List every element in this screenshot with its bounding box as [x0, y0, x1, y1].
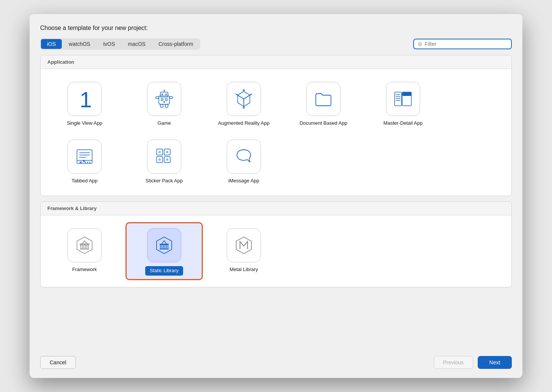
- game-icon-box: [147, 82, 181, 116]
- svg-point-30: [80, 162, 82, 163]
- new-project-dialog: Choose a template for your new project: …: [30, 14, 522, 378]
- metal-library-icon-box: [227, 228, 261, 262]
- template-game[interactable]: Game: [126, 77, 202, 130]
- svg-marker-16: [244, 95, 250, 107]
- tabbed-icon: ★: [74, 146, 95, 167]
- filter-icon: ⊜: [418, 41, 422, 47]
- folder-icon: [313, 88, 334, 110]
- master-detail-icon: [392, 88, 414, 110]
- svg-rect-8: [169, 97, 172, 99]
- svg-point-3: [162, 94, 163, 95]
- application-templates-grid: 1 Single View App: [41, 69, 511, 196]
- svg-rect-10: [165, 104, 168, 107]
- svg-point-35: [87, 162, 88, 163]
- svg-point-45: [166, 151, 168, 153]
- svg-rect-56: [163, 245, 165, 249]
- content-area: Application 1 Single View App: [40, 55, 512, 350]
- document-icon-box: [306, 82, 340, 116]
- svg-point-36: [89, 162, 91, 163]
- tabbed-icon-box: ★: [67, 140, 102, 174]
- template-sticker-pack-app[interactable]: Sticker Pack App: [126, 134, 202, 188]
- svg-rect-58: [160, 244, 169, 245]
- single-view-app-label: Single View App: [67, 120, 102, 127]
- document-based-app-label: Document Based App: [300, 120, 347, 127]
- tabbed-app-label: Tabbed App: [72, 177, 98, 184]
- sticker-pack-app-label: Sticker Pack App: [146, 177, 183, 184]
- svg-point-44: [158, 151, 161, 153]
- platform-tab-group: iOS watchOS tvOS macOS Cross-platform: [40, 38, 200, 50]
- template-single-view-app[interactable]: 1 Single View App: [47, 77, 122, 130]
- template-document-based-app[interactable]: Document Based App: [285, 77, 361, 130]
- master-detail-icon-box: [386, 82, 420, 116]
- svg-rect-23: [402, 92, 411, 96]
- svg-rect-2: [160, 92, 168, 97]
- svg-point-34: [85, 162, 86, 163]
- svg-rect-12: [165, 99, 167, 100]
- framework-library-section-header: Framework & Library: [41, 202, 511, 215]
- metal-library-label: Metal Library: [229, 266, 258, 273]
- svg-point-47: [166, 158, 168, 161]
- svg-rect-50: [84, 245, 85, 249]
- svg-marker-60: [236, 237, 251, 254]
- svg-marker-54: [157, 237, 172, 254]
- svg-rect-9: [160, 104, 163, 107]
- tab-crossplatform[interactable]: Cross-platform: [152, 39, 199, 49]
- game-label: Game: [157, 120, 171, 127]
- imessage-app-label: iMessage App: [228, 177, 259, 184]
- sticker-icon-box: [147, 140, 181, 174]
- svg-rect-11: [161, 99, 163, 100]
- svg-rect-55: [160, 245, 162, 249]
- framework-label: Framework: [72, 266, 97, 273]
- svg-rect-7: [156, 97, 159, 99]
- next-button[interactable]: Next: [478, 356, 512, 369]
- template-imessage-app[interactable]: iMessage App: [206, 134, 282, 188]
- framework-icon-box: [67, 228, 102, 262]
- template-augmented-reality-app[interactable]: Augmented Reality App: [206, 77, 282, 130]
- imessage-icon: [233, 146, 254, 167]
- svg-rect-49: [81, 245, 82, 249]
- svg-marker-14: [238, 91, 250, 99]
- imessage-icon-box: [227, 140, 261, 174]
- ar-app-label: Augmented Reality App: [218, 120, 270, 127]
- filter-input-wrapper: ⊜: [413, 39, 512, 49]
- template-tabbed-app[interactable]: ★ Tabbed App: [47, 134, 122, 188]
- svg-rect-21: [395, 92, 401, 106]
- previous-button[interactable]: Previous: [434, 356, 473, 369]
- framework-library-section: Framework & Library: [40, 201, 512, 287]
- template-master-detail-app[interactable]: Master-Detail App: [365, 77, 441, 130]
- filter-input[interactable]: [425, 41, 507, 47]
- template-framework[interactable]: Framework: [47, 223, 122, 279]
- tab-watchos[interactable]: watchOS: [63, 39, 96, 49]
- filter-container: ⊜: [413, 39, 512, 49]
- master-detail-app-label: Master-Detail App: [383, 120, 422, 127]
- svg-point-46: [158, 158, 161, 161]
- dialog-title: Choose a template for your new project:: [40, 25, 512, 31]
- cancel-button[interactable]: Cancel: [40, 356, 76, 369]
- tab-ios[interactable]: iOS: [41, 39, 62, 49]
- framework-library-templates-grid: Framework: [41, 215, 511, 287]
- tab-tvos[interactable]: tvOS: [97, 39, 121, 49]
- template-metal-library[interactable]: Metal Library: [206, 223, 282, 279]
- sticker-pack-icon: [154, 146, 175, 167]
- framework-icon: [74, 235, 95, 256]
- svg-text:1: 1: [80, 88, 92, 110]
- svg-marker-15: [238, 95, 244, 107]
- robot-icon: [154, 88, 175, 110]
- static-library-icon: [154, 235, 175, 256]
- svg-rect-51: [87, 245, 88, 249]
- svg-marker-48: [77, 237, 92, 254]
- application-section-header: Application: [41, 55, 511, 69]
- svg-point-4: [165, 94, 167, 95]
- ar-icon-box: [227, 82, 261, 116]
- static-library-icon-box: [147, 228, 181, 262]
- application-section: Application 1 Single View App: [40, 55, 512, 196]
- number-1-icon: 1: [75, 88, 94, 110]
- tab-macos[interactable]: macOS: [122, 39, 152, 49]
- single-view-app-icon-box: 1: [67, 82, 102, 116]
- svg-rect-57: [166, 245, 168, 249]
- svg-point-6: [164, 90, 165, 91]
- ar-icon: [233, 88, 254, 110]
- template-static-library[interactable]: Static Library: [126, 223, 202, 279]
- footer: Cancel Previous Next: [40, 353, 512, 369]
- tab-bar: iOS watchOS tvOS macOS Cross-platform ⊜: [40, 38, 512, 50]
